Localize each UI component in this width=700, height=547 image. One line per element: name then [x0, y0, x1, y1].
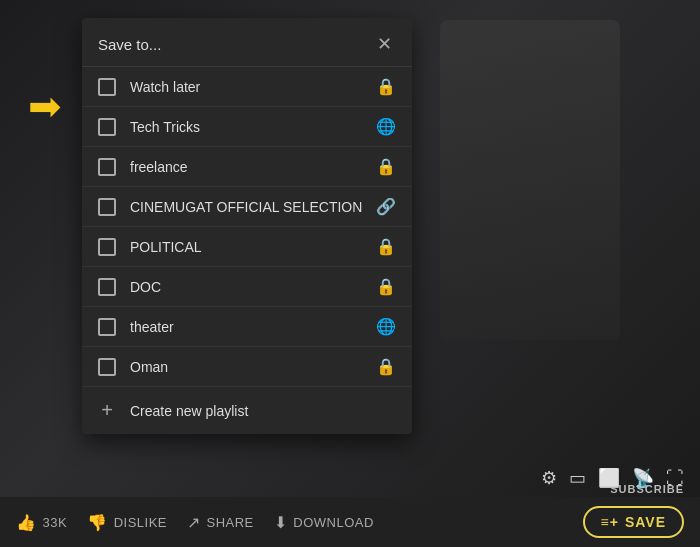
playlist-name: freelance [130, 159, 368, 175]
theater-icon[interactable]: ⬜ [598, 467, 620, 489]
playlist-privacy-icon: 🔒 [376, 237, 396, 256]
dislike-button[interactable]: 👎 DISLIKE [87, 513, 167, 532]
save-label: SAVE [625, 514, 666, 530]
playlist-name: Oman [130, 359, 368, 375]
playlist-name: DOC [130, 279, 368, 295]
save-button[interactable]: ≡+ SAVE [583, 506, 684, 538]
playlist-privacy-icon: 🔒 [376, 157, 396, 176]
playlist-checkbox[interactable] [98, 278, 116, 296]
share-button[interactable]: ↗ SHARE [187, 513, 254, 532]
playlist-item[interactable]: Tech Tricks 🌐 [82, 107, 412, 147]
like-count: 33K [43, 515, 68, 530]
playlist-item[interactable]: DOC 🔒 [82, 267, 412, 307]
miniplayer-icon[interactable]: ▭ [569, 467, 586, 489]
plus-icon: + [98, 399, 116, 422]
save-icon: ≡+ [601, 514, 619, 530]
playlist-name: CINEMUGAT OFFICIAL SELECTION [130, 199, 368, 215]
close-button[interactable]: ✕ [372, 32, 396, 56]
playlist-name: Tech Tricks [130, 119, 368, 135]
download-button[interactable]: ⬇ DOWNLOAD [274, 513, 374, 532]
modal-header: Save to... ✕ [82, 18, 412, 67]
modal-title: Save to... [98, 36, 161, 53]
cast-icon[interactable]: 📡 [632, 467, 654, 489]
playlist-privacy-icon: 🌐 [376, 317, 396, 336]
like-icon: 👍 [16, 513, 37, 532]
arrow-indicator: ➡ [28, 83, 62, 129]
playlist-item[interactable]: theater 🌐 [82, 307, 412, 347]
player-controls: ⚙ ▭ ⬜ 📡 ⛶ [525, 459, 700, 497]
share-icon: ↗ [187, 513, 201, 532]
playlist-privacy-icon: 🔒 [376, 77, 396, 96]
playlist-checkbox[interactable] [98, 78, 116, 96]
save-to-modal: Save to... ✕ Watch later 🔒 Tech Tricks 🌐… [82, 18, 412, 434]
playlist-checkbox[interactable] [98, 358, 116, 376]
video-figure [440, 20, 620, 340]
playlist-item[interactable]: freelance 🔒 [82, 147, 412, 187]
settings-icon[interactable]: ⚙ [541, 467, 557, 489]
share-label: SHARE [207, 515, 254, 530]
dislike-label: DISLIKE [114, 515, 167, 530]
fullscreen-icon[interactable]: ⛶ [666, 468, 684, 489]
playlist-checkbox[interactable] [98, 158, 116, 176]
dislike-icon: 👎 [87, 513, 108, 532]
playlist-privacy-icon: 🔒 [376, 277, 396, 296]
download-icon: ⬇ [274, 513, 288, 532]
playlist-item[interactable]: POLITICAL 🔒 [82, 227, 412, 267]
playlist-item[interactable]: Watch later 🔒 [82, 67, 412, 107]
playlist-name: theater [130, 319, 368, 335]
like-button[interactable]: 👍 33K [16, 513, 67, 532]
create-new-playlist-item[interactable]: + Create new playlist [82, 387, 412, 434]
playlist-name: Watch later [130, 79, 368, 95]
playlist-privacy-icon: 🔗 [376, 197, 396, 216]
create-new-label: Create new playlist [130, 403, 248, 419]
playlist-checkbox[interactable] [98, 238, 116, 256]
playlist-privacy-icon: 🔒 [376, 357, 396, 376]
playlist-privacy-icon: 🌐 [376, 117, 396, 136]
playlist-item[interactable]: CINEMUGAT OFFICIAL SELECTION 🔗 [82, 187, 412, 227]
playlist-checkbox[interactable] [98, 118, 116, 136]
playlist-item[interactable]: Oman 🔒 [82, 347, 412, 387]
download-label: DOWNLOAD [293, 515, 374, 530]
playlist-list: Watch later 🔒 Tech Tricks 🌐 freelance 🔒 … [82, 67, 412, 387]
playlist-checkbox[interactable] [98, 198, 116, 216]
playlist-checkbox[interactable] [98, 318, 116, 336]
bottom-bar: 👍 33K 👎 DISLIKE ↗ SHARE ⬇ DOWNLOAD ≡+ SA… [0, 497, 700, 547]
playlist-name: POLITICAL [130, 239, 368, 255]
